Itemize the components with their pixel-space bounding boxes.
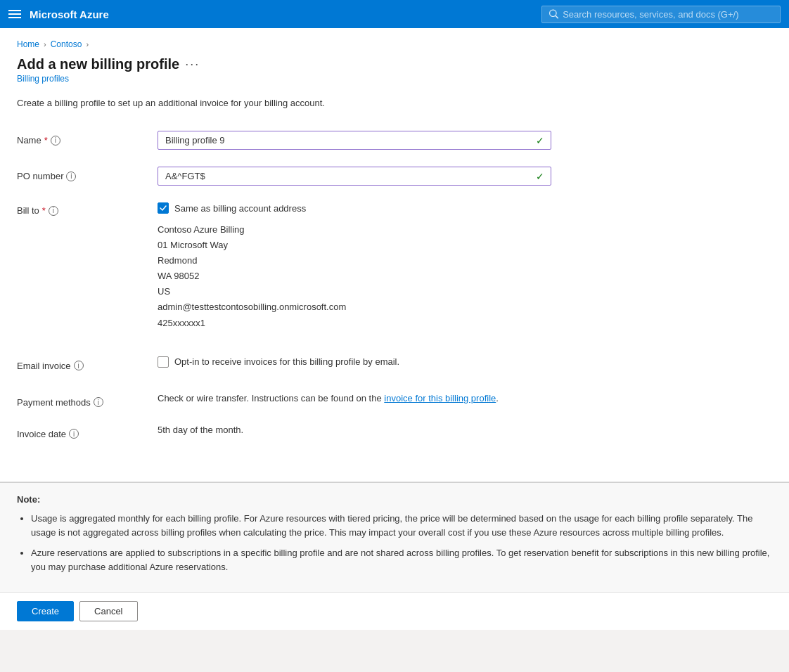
- note-title: Note:: [17, 494, 772, 505]
- note-section: Note: Usage is aggregated monthly for ea…: [0, 482, 789, 592]
- search-input[interactable]: [563, 9, 773, 20]
- payment-methods-label: Payment methods i: [17, 393, 158, 408]
- address-line-7: 425xxxxxx1: [158, 316, 551, 331]
- payment-methods-info-icon[interactable]: i: [94, 397, 103, 407]
- name-control: ✓: [158, 131, 551, 150]
- po-number-info-icon[interactable]: i: [66, 172, 76, 181]
- content-area: Home › Contoso › Add a new billing profi…: [0, 28, 789, 482]
- payment-methods-value: Check or wire transfer. Instructions can…: [158, 393, 551, 403]
- breadcrumb: Home › Contoso ›: [17, 39, 772, 49]
- name-input[interactable]: [158, 131, 551, 150]
- address-line-5: US: [158, 284, 551, 299]
- invoice-date-row: Invoice date i 5th day of the month.: [17, 416, 772, 448]
- email-invoice-info-icon[interactable]: i: [74, 361, 84, 370]
- po-number-control: ✓: [158, 167, 551, 186]
- name-label: Name * i: [17, 131, 158, 146]
- bill-to-control: Same as billing account address Contoso …: [158, 202, 551, 331]
- breadcrumb-home[interactable]: Home: [17, 39, 39, 49]
- po-number-label: PO number i: [17, 167, 158, 181]
- note-list: Usage is aggregated monthly for each bil…: [17, 512, 772, 574]
- note-item-1: Usage is aggregated monthly for each bil…: [31, 512, 772, 539]
- name-input-wrapper: ✓: [158, 131, 551, 150]
- breadcrumb-sep-2: ›: [86, 40, 89, 49]
- create-button[interactable]: Create: [17, 601, 74, 621]
- name-row: Name * i ✓: [17, 122, 772, 158]
- bill-to-info-icon[interactable]: i: [49, 206, 58, 216]
- page-subtitle[interactable]: Billing profiles: [17, 74, 772, 84]
- same-address-label: Same as billing account address: [174, 203, 306, 214]
- bill-to-required: *: [42, 205, 46, 216]
- breadcrumb-sep-1: ›: [44, 40, 46, 49]
- email-invoice-checkbox-row: Opt-in to receive invoices for this bill…: [158, 356, 551, 368]
- page-title: Add a new billing profile: [17, 56, 179, 72]
- same-address-checkbox[interactable]: [158, 202, 169, 214]
- name-required: *: [44, 135, 48, 146]
- address-line-3: Redmond: [158, 253, 551, 269]
- top-navigation: Microsoft Azure: [0, 0, 789, 28]
- app-title: Microsoft Azure: [30, 8, 109, 20]
- address-line-1: Contoso Azure Billing: [158, 222, 551, 238]
- note-item-1-text: Usage is aggregated monthly for each bil…: [31, 513, 752, 538]
- hamburger-menu[interactable]: [8, 10, 21, 18]
- main-wrapper: Home › Contoso › Add a new billing profi…: [0, 28, 789, 630]
- email-invoice-control: Opt-in to receive invoices for this bill…: [158, 356, 551, 376]
- footer-buttons: Create Cancel: [0, 592, 789, 630]
- po-number-row: PO number i ✓: [17, 158, 772, 194]
- search-bar[interactable]: [541, 6, 781, 23]
- name-check-icon: ✓: [536, 135, 544, 146]
- name-info-icon[interactable]: i: [51, 136, 60, 146]
- invoice-date-value: 5th day of the month.: [158, 425, 551, 435]
- address-line-4: WA 98052: [158, 269, 551, 284]
- note-item-2-text: Azure reservations are applied to subscr…: [31, 548, 769, 572]
- same-address-row: Same as billing account address: [158, 202, 551, 214]
- search-icon: [549, 9, 558, 19]
- note-item-2: Azure reservations are applied to subscr…: [31, 546, 772, 574]
- payment-methods-link[interactable]: invoice for this billing profile: [384, 393, 496, 403]
- cancel-button[interactable]: Cancel: [79, 601, 137, 621]
- payment-methods-text: Check or wire transfer. Instructions can…: [158, 393, 499, 403]
- po-number-input[interactable]: [158, 167, 551, 186]
- address-line-6: admin@testtestcontosobilling.onmicrosoft…: [158, 299, 551, 315]
- po-number-input-wrapper: ✓: [158, 167, 551, 186]
- checkmark-icon: [160, 205, 167, 212]
- po-check-icon: ✓: [536, 171, 544, 182]
- bill-to-label: Bill to * i: [17, 202, 158, 216]
- page-title-row: Add a new billing profile ···: [17, 56, 772, 72]
- payment-methods-row: Payment methods i Check or wire transfer…: [17, 385, 772, 416]
- address-line-2: 01 Microsoft Way: [158, 238, 551, 253]
- invoice-date-info-icon[interactable]: i: [69, 429, 79, 439]
- bill-to-row: Bill to * i Same as billing account addr…: [17, 194, 772, 340]
- invoice-date-text: 5th day of the month.: [158, 425, 243, 435]
- breadcrumb-contoso[interactable]: Contoso: [51, 39, 82, 49]
- more-options-button[interactable]: ···: [185, 57, 200, 72]
- email-invoice-label: Email invoice i: [17, 356, 158, 371]
- email-invoice-text: Opt-in to receive invoices for this bill…: [174, 356, 399, 367]
- invoice-date-label: Invoice date i: [17, 425, 158, 439]
- email-invoice-row: Email invoice i Opt-in to receive invoic…: [17, 348, 772, 385]
- page-description: Create a billing profile to set up an ad…: [17, 98, 772, 108]
- email-invoice-checkbox[interactable]: [158, 356, 169, 368]
- billing-profile-form: Name * i ✓ PO number i: [17, 122, 772, 448]
- address-block: Contoso Azure Billing 01 Microsoft Way R…: [158, 222, 551, 331]
